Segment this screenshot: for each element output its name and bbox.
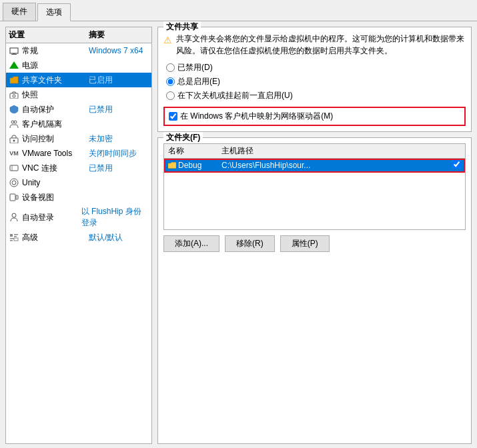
map-network-drive-row[interactable]: 在 Windows 客户机中映射为网络驱动器(M) [163, 107, 466, 126]
radio-until-shutdown[interactable]: 在下次关机或挂起前一直启用(U) [166, 90, 466, 101]
svg-rect-18 [14, 234, 18, 235]
auto-protect-value: 已禁用 [89, 104, 113, 115]
folder-table-container: 名称 主机路径 Debug [163, 143, 466, 230]
sidebar-item-auto-protect[interactable]: 自动保护 已禁用 [6, 102, 151, 117]
svg-rect-21 [10, 240, 13, 241]
sidebar-item-access-control[interactable]: 访问控制 未加密 [6, 131, 151, 146]
svg-point-7 [14, 121, 17, 123]
vnc-value: 已禁用 [89, 163, 113, 174]
folder-enabled-checkbox[interactable] [452, 160, 461, 169]
sidebar-item-snapshot[interactable]: 快照 [6, 87, 151, 102]
advanced-label: 高级 [22, 232, 89, 243]
auto-login-icon [9, 212, 19, 223]
svg-point-9 [13, 139, 15, 141]
folder-row-icon: Debug [168, 161, 201, 170]
power-icon [9, 60, 19, 71]
svg-rect-19 [14, 236, 17, 237]
summary-col-header: 摘要 [89, 29, 105, 41]
guest-isolation-label: 客户机隔离 [22, 119, 89, 130]
radio-until-shutdown-input[interactable] [166, 91, 175, 100]
map-network-drive-label: 在 Windows 客户机中映射为网络驱动器(M) [180, 111, 333, 122]
vmware-tools-value: 关闭时间同步 [89, 148, 137, 159]
tab-bar: 硬件 选项 [0, 0, 477, 21]
radio-until-shutdown-label: 在下次关机或挂起前一直启用(U) [177, 90, 293, 101]
sidebar-item-shared-folders[interactable]: 共享文件夹 已启用 [6, 73, 151, 87]
folder-table: 名称 主机路径 Debug [164, 144, 465, 173]
info-text-container: ⚠ 共享文件夹会将您的文件显示给虚拟机中的程序。这可能为您的计算机和数据带来风险… [163, 33, 466, 57]
unity-icon [9, 177, 19, 188]
shared-folders-label: 共享文件夹 [22, 75, 89, 86]
folder-group: 文件夹(F) 名称 主机路径 [157, 137, 472, 444]
access-control-label: 访问控制 [22, 133, 89, 145]
sidebar-item-auto-login[interactable]: 自动登录 以 FlushHip 身份登录 [6, 205, 151, 230]
general-value: Windows 7 x64 [89, 46, 143, 55]
svg-rect-15 [16, 195, 18, 199]
vnc-label: VNC 连接 [22, 163, 89, 174]
folder-check-header [448, 144, 465, 159]
guest-isolation-icon [9, 119, 19, 129]
right-panel: 文件共享 ⚠ 共享文件夹会将您的文件显示给虚拟机中的程序。这可能为您的计算机和数… [157, 27, 472, 444]
device-view-icon [9, 192, 19, 203]
radio-always[interactable]: 总是启用(E) [166, 76, 466, 87]
radio-disabled[interactable]: 已禁用(D) [166, 62, 466, 73]
left-panel-header: 设置 摘要 [6, 27, 151, 43]
tab-options[interactable]: 选项 [37, 3, 71, 21]
properties-button[interactable]: 属性(P) [280, 235, 330, 252]
general-label: 常规 [22, 45, 89, 57]
warning-icon: ⚠ [163, 33, 172, 57]
svg-point-6 [11, 121, 14, 123]
folder-table-header-row: 名称 主机路径 [164, 144, 465, 159]
radio-always-input[interactable] [166, 77, 175, 86]
device-view-label: 设备视图 [22, 192, 89, 203]
radio-disabled-input[interactable] [166, 63, 175, 72]
sidebar-item-general[interactable]: 常规 Windows 7 x64 [6, 43, 151, 58]
add-button[interactable]: 添加(A)... [163, 235, 219, 252]
folder-group-title: 文件夹(F) [163, 132, 203, 143]
svg-point-5 [13, 95, 15, 97]
folder-name-header: 名称 [164, 144, 217, 159]
auto-protect-icon [9, 104, 19, 115]
shared-folders-value: 已启用 [89, 75, 113, 86]
remove-button[interactable]: 移除(R) [225, 235, 275, 252]
sidebar-item-power[interactable]: 电源 [6, 58, 151, 73]
info-text: 共享文件夹会将您的文件显示给虚拟机中的程序。这可能为您的计算机和数据带来风险。请… [176, 33, 466, 57]
svg-rect-20 [10, 238, 14, 239]
vmware-tools-label: VMware Tools [22, 149, 89, 158]
auto-login-value: 以 FlushHip 身份登录 [81, 206, 149, 229]
file-sharing-group: 文件共享 ⚠ 共享文件夹会将您的文件显示给虚拟机中的程序。这可能为您的计算机和数… [157, 27, 472, 132]
sidebar-item-device-view[interactable]: 设备视图 [6, 190, 151, 205]
sidebar-item-vmware-tools[interactable]: VM VMware Tools 关闭时间同步 [6, 146, 151, 161]
shared-folder-icon [9, 75, 19, 85]
radio-group: 已禁用(D) 总是启用(E) 在下次关机或挂起前一直启用(U) [166, 62, 466, 101]
advanced-value: 默认/默认 [89, 232, 123, 243]
sidebar-item-advanced[interactable]: 高级 默认/默认 [6, 230, 151, 245]
auto-protect-label: 自动保护 [22, 104, 89, 115]
left-panel: 设置 摘要 常规 Windows 7 x64 电源 共享文件夹 已启用 [5, 27, 152, 444]
table-row[interactable]: Debug C:\Users\FlushHip\sour... [164, 159, 465, 173]
tab-hardware[interactable]: 硬件 [3, 3, 36, 21]
folder-check-cell[interactable] [448, 159, 465, 173]
advanced-icon [9, 232, 19, 243]
svg-rect-14 [10, 194, 15, 201]
radio-disabled-label: 已禁用(D) [177, 62, 213, 73]
folder-name: Debug [178, 161, 201, 170]
sidebar-item-unity[interactable]: Unity [6, 175, 151, 190]
sidebar-item-guest-isolation[interactable]: 客户机隔离 [6, 117, 151, 131]
svg-rect-4 [10, 93, 18, 99]
svg-point-12 [10, 179, 18, 187]
auto-login-label: 自动登录 [22, 212, 81, 223]
vnc-icon [9, 163, 19, 173]
sidebar-item-vnc[interactable]: VNC 连接 已禁用 [6, 161, 151, 175]
svg-rect-22 [14, 238, 18, 241]
radio-always-label: 总是启用(E) [177, 76, 220, 87]
snapshot-label: 快照 [22, 89, 89, 101]
monitor-icon [9, 45, 19, 56]
map-network-drive-checkbox[interactable] [169, 112, 177, 121]
power-label: 电源 [22, 60, 89, 71]
folder-path-cell: C:\Users\FlushHip\sour... [217, 159, 448, 173]
folder-button-row: 添加(A)... 移除(R) 属性(P) [163, 235, 466, 252]
unity-label: Unity [22, 178, 89, 187]
svg-rect-0 [10, 48, 18, 53]
svg-marker-3 [9, 61, 19, 69]
camera-icon [9, 89, 19, 100]
